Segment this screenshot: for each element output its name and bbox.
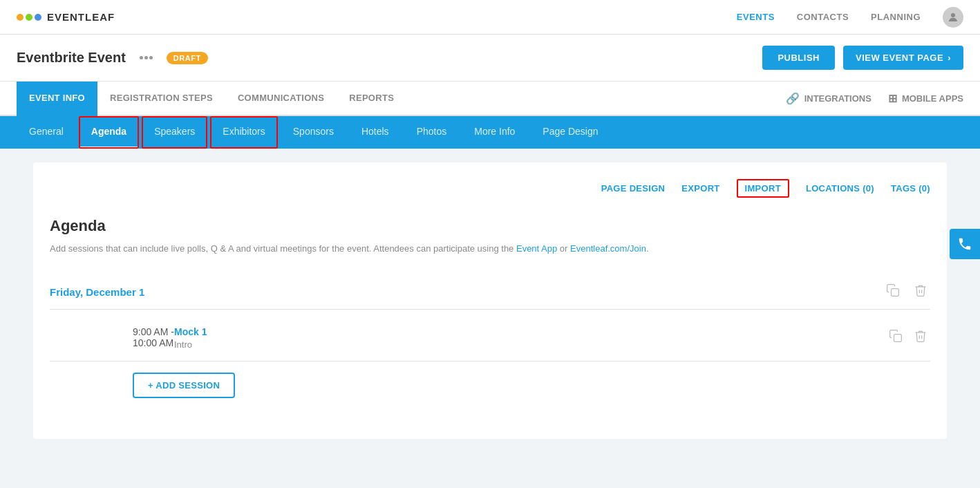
date-section: Friday, December 1 <box>50 275 930 310</box>
sub-tab-exhibitors[interactable]: Exhibitors <box>210 116 277 149</box>
event-title: Eventbrite Event <box>17 50 126 66</box>
integrations-tab[interactable]: 🔗 INTEGRATIONS <box>786 92 871 105</box>
tab-reports[interactable]: REPORTS <box>337 82 406 116</box>
tab-registration-steps[interactable]: REGISTRATION STEPS <box>97 82 225 116</box>
add-session-button[interactable]: + ADD SESSION <box>133 373 235 398</box>
tags-link[interactable]: TAGS (0) <box>891 183 930 194</box>
nav-links: EVENTS CONTACTS PLANNING <box>737 7 963 28</box>
nav-link-planning[interactable]: PLANNING <box>871 12 921 22</box>
draft-badge: DRAFT <box>167 52 208 64</box>
sub-tab-bar: General Agenda Speakers Exhibitors Spons… <box>0 116 980 149</box>
sub-tab-hotels[interactable]: Hotels <box>349 116 402 149</box>
more-dot-2 <box>144 56 148 59</box>
main-tab-bar: EVENT INFO REGISTRATION STEPS COMMUNICAT… <box>0 82 980 116</box>
date-actions <box>883 281 930 303</box>
tab-communications[interactable]: COMMUNICATIONS <box>225 82 337 116</box>
session-subtitle: Intro <box>174 339 886 350</box>
tab-event-info[interactable]: EVENT INFO <box>17 82 97 116</box>
logo-area: EVENTLEAF <box>17 11 115 23</box>
sub-tab-general[interactable]: General <box>17 116 76 149</box>
publish-button[interactable]: PUBLISH <box>762 46 835 70</box>
sub-tab-page-design[interactable]: Page Design <box>530 116 610 149</box>
event-header: Eventbrite Event DRAFT PUBLISH VIEW EVEN… <box>0 35 980 82</box>
link-icon: 🔗 <box>786 92 800 105</box>
session-row: 9:00 AM - 10:00 AM Mock 1 Intro <box>50 315 930 362</box>
nav-link-contacts[interactable]: CONTACTS <box>797 12 849 22</box>
content-card: PAGE DESIGN EXPORT IMPORT LOCATIONS (0) … <box>33 162 947 439</box>
sub-tab-sponsors[interactable]: Sponsors <box>281 116 346 149</box>
dot-green <box>26 14 32 21</box>
delete-date-button[interactable] <box>911 281 930 303</box>
more-dot-1 <box>140 56 143 59</box>
date-label[interactable]: Friday, December 1 <box>50 286 144 298</box>
date-divider <box>50 309 930 310</box>
dot-orange <box>17 14 23 21</box>
sub-tab-more-info[interactable]: More Info <box>462 116 527 149</box>
header-buttons: PUBLISH VIEW EVENT PAGE › <box>762 46 963 70</box>
page-design-link[interactable]: PAGE DESIGN <box>601 183 666 194</box>
event-title-area: Eventbrite Event DRAFT <box>17 50 208 66</box>
phone-widget[interactable] <box>950 229 980 259</box>
svg-rect-1 <box>892 288 899 296</box>
svg-rect-2 <box>894 334 902 341</box>
svg-point-0 <box>951 13 955 17</box>
logo-text: EVENTLEAF <box>47 11 115 23</box>
tab-bar-right: 🔗 INTEGRATIONS ⊞ MOBILE APPS <box>786 92 963 105</box>
session-actions <box>886 326 930 349</box>
import-link[interactable]: IMPORT <box>737 179 789 198</box>
logo-dots <box>17 14 41 21</box>
more-dot-3 <box>149 56 153 59</box>
avatar[interactable] <box>943 7 963 28</box>
delete-session-button[interactable] <box>911 326 930 349</box>
copy-date-button[interactable] <box>883 281 903 303</box>
view-event-page-button[interactable]: VIEW EVENT PAGE › <box>843 46 963 70</box>
export-link[interactable]: EXPORT <box>681 183 719 194</box>
session-name[interactable]: Mock 1 <box>174 326 886 337</box>
action-toolbar: PAGE DESIGN EXPORT IMPORT LOCATIONS (0) … <box>50 179 930 198</box>
locations-link[interactable]: LOCATIONS (0) <box>806 183 874 194</box>
sub-tab-speakers[interactable]: Speakers <box>142 116 207 149</box>
grid-icon: ⊞ <box>888 92 897 105</box>
sub-tab-photos[interactable]: Photos <box>404 116 460 149</box>
event-app-link[interactable]: Event App <box>516 243 557 254</box>
eventleaf-join-link[interactable]: Eventleaf.com/Join <box>570 243 646 254</box>
top-nav: EVENTLEAF EVENTS CONTACTS PLANNING <box>0 0 980 35</box>
session-time: 9:00 AM - 10:00 AM <box>50 326 174 348</box>
nav-link-events[interactable]: EVENTS <box>737 12 775 22</box>
dot-blue <box>35 14 41 21</box>
chevron-right-icon: › <box>948 53 951 63</box>
agenda-description: Add sessions that can include live polls… <box>50 242 930 256</box>
tab-bar-left: EVENT INFO REGISTRATION STEPS COMMUNICAT… <box>17 82 406 115</box>
date-header: Friday, December 1 <box>50 275 930 309</box>
main-content: PAGE DESIGN EXPORT IMPORT LOCATIONS (0) … <box>0 149 980 488</box>
more-options-button[interactable] <box>134 53 158 62</box>
session-info: Mock 1 Intro <box>174 326 886 350</box>
mobile-apps-tab[interactable]: ⊞ MOBILE APPS <box>888 92 963 105</box>
sub-tab-agenda[interactable]: Agenda <box>79 116 139 149</box>
copy-session-button[interactable] <box>886 326 905 349</box>
agenda-title: Agenda <box>50 217 930 235</box>
